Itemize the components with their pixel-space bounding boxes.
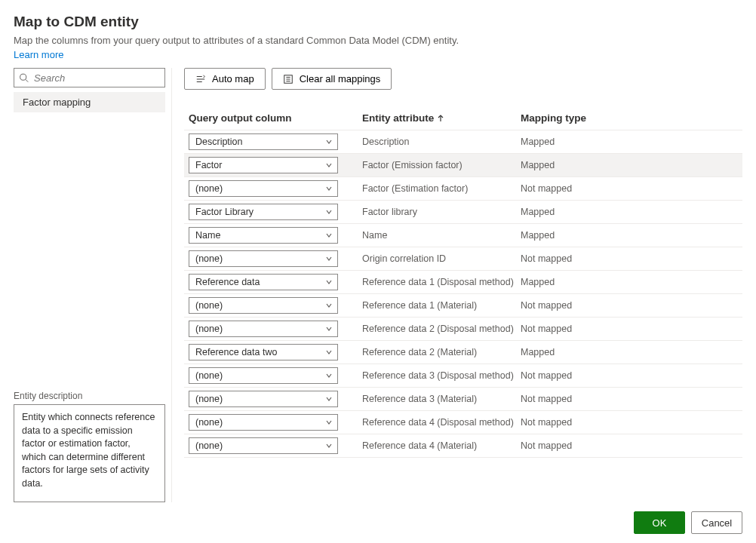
entity-attribute-cell: Factor (Emission factor)	[362, 160, 521, 170]
clear-all-icon	[283, 74, 293, 84]
mapping-type-cell: Not mapped	[521, 394, 742, 404]
column-header-attribute[interactable]: Entity attribute	[362, 112, 521, 124]
mapping-type-cell: Not mapped	[521, 253, 742, 264]
query-column-select[interactable]: (none)	[189, 180, 338, 197]
svg-line-1	[26, 79, 28, 81]
table-row[interactable]: (none)Reference data 3 (Disposal method)…	[184, 364, 742, 387]
query-column-value: Factor	[195, 160, 222, 170]
mapping-type-cell: Mapped	[521, 207, 742, 217]
table-row[interactable]: (none)Reference data 3 (Material)Not map…	[184, 387, 742, 410]
query-column-select[interactable]: Description	[189, 133, 338, 150]
query-column-value: (none)	[195, 440, 223, 451]
page-title: Map to CDM entity	[14, 14, 742, 30]
auto-map-button[interactable]: Auto map	[184, 68, 266, 90]
sidebar-item-factor-mapping[interactable]: Factor mapping	[14, 92, 165, 112]
query-column-select[interactable]: (none)	[189, 414, 338, 431]
entity-attribute-cell: Reference data 2 (Disposal method)	[362, 324, 521, 334]
sidebar: Factor mapping Entity description Entity…	[14, 68, 172, 502]
chevron-down-icon	[325, 161, 333, 169]
chevron-down-icon	[325, 372, 333, 379]
column-header-attribute-label: Entity attribute	[362, 112, 434, 124]
table-row[interactable]: DescriptionDescriptionMapped	[184, 130, 742, 153]
clear-all-label: Clear all mappings	[300, 73, 381, 84]
query-column-select[interactable]: Name	[189, 227, 338, 244]
svg-point-0	[20, 74, 26, 80]
mapping-type-cell: Not mapped	[521, 370, 742, 381]
query-column-select[interactable]: (none)	[189, 250, 338, 267]
table-row[interactable]: (none)Reference data 4 (Material)Not map…	[184, 434, 742, 458]
mapping-type-cell: Mapped	[521, 277, 742, 287]
chevron-down-icon	[325, 278, 333, 286]
table-row[interactable]: (none)Origin correlation IDNot mapped	[184, 247, 742, 270]
mapping-type-cell: Not mapped	[521, 324, 742, 334]
clear-all-mappings-button[interactable]: Clear all mappings	[272, 68, 392, 90]
chevron-down-icon	[325, 208, 333, 216]
chevron-down-icon	[325, 185, 333, 192]
learn-more-link[interactable]: Learn more	[14, 49, 742, 60]
query-column-select[interactable]: Factor Library	[189, 204, 338, 220]
cancel-button[interactable]: Cancel	[691, 511, 742, 534]
table-row[interactable]: Reference dataReference data 1 (Disposal…	[184, 270, 742, 293]
main-panel: Auto map Clear all mappings	[184, 68, 742, 502]
table-row[interactable]: (none)Reference data 1 (Material)Not map…	[184, 293, 742, 317]
entity-attribute-cell: Reference data 3 (Disposal method)	[362, 370, 521, 381]
chevron-down-icon	[325, 255, 333, 262]
chevron-down-icon	[325, 138, 333, 146]
query-column-select[interactable]: Factor	[189, 157, 338, 173]
query-column-select[interactable]: (none)	[189, 437, 338, 454]
query-column-value: (none)	[195, 300, 223, 311]
chevron-down-icon	[325, 419, 333, 426]
auto-map-label: Auto map	[212, 73, 254, 84]
mapping-type-cell: Not mapped	[521, 183, 742, 194]
ok-button[interactable]: OK	[634, 511, 685, 534]
chevron-down-icon	[325, 325, 333, 333]
query-column-select[interactable]: (none)	[189, 367, 338, 384]
mapping-type-cell: Mapped	[521, 347, 742, 357]
page-subtitle: Map the columns from your query output t…	[14, 35, 742, 46]
table-row[interactable]: (none)Reference data 2 (Disposal method)…	[184, 317, 742, 340]
mapping-type-cell: Not mapped	[521, 300, 742, 311]
table-row[interactable]: (none)Factor (Estimation factor)Not mapp…	[184, 176, 742, 200]
table-row[interactable]: (none)Reference data 4 (Disposal method)…	[184, 410, 742, 434]
search-input[interactable]	[14, 68, 165, 87]
query-column-select[interactable]: (none)	[189, 391, 338, 407]
entity-attribute-cell: Reference data 4 (Material)	[362, 440, 521, 451]
mapping-type-cell: Mapped	[521, 230, 742, 241]
mapping-type-cell: Mapped	[521, 160, 742, 170]
entity-attribute-cell: Reference data 3 (Material)	[362, 394, 521, 404]
entity-attribute-cell: Origin correlation ID	[362, 253, 521, 264]
query-column-value: Name	[195, 230, 220, 241]
query-column-value: Factor Library	[195, 207, 254, 217]
entity-description-box: Entity which connects reference data to …	[14, 404, 165, 502]
entity-description-label: Entity description	[14, 391, 165, 401]
entity-attribute-cell: Description	[362, 137, 521, 147]
table-row[interactable]: FactorFactor (Emission factor)Mapped	[184, 153, 742, 176]
query-column-select[interactable]: Reference data two	[189, 344, 338, 360]
entity-attribute-cell: Reference data 1 (Disposal method)	[362, 277, 521, 287]
query-column-value: (none)	[195, 324, 223, 334]
chevron-down-icon	[325, 442, 333, 449]
mapping-table: Query output column Entity attribute Map…	[184, 106, 742, 458]
table-row[interactable]: Reference data twoReference data 2 (Mate…	[184, 340, 742, 364]
query-column-value: Reference data	[195, 277, 260, 287]
query-column-select[interactable]: (none)	[189, 297, 338, 314]
query-column-value: (none)	[195, 370, 223, 381]
column-header-query[interactable]: Query output column	[189, 112, 362, 124]
column-header-type[interactable]: Mapping type	[521, 112, 742, 124]
chevron-down-icon	[325, 395, 333, 403]
mapping-type-cell: Not mapped	[521, 440, 742, 451]
entity-attribute-cell: Reference data 2 (Material)	[362, 347, 521, 357]
chevron-down-icon	[325, 348, 333, 356]
query-column-select[interactable]: (none)	[189, 321, 338, 337]
entity-attribute-cell: Reference data 4 (Disposal method)	[362, 417, 521, 428]
table-row[interactable]: Factor LibraryFactor libraryMapped	[184, 200, 742, 223]
chevron-down-icon	[325, 232, 333, 239]
query-column-value: (none)	[195, 253, 223, 264]
auto-map-icon	[195, 74, 206, 84]
sort-ascending-icon	[437, 115, 444, 122]
query-column-select[interactable]: Reference data	[189, 274, 338, 290]
query-column-value: Description	[195, 137, 243, 147]
search-icon	[19, 73, 29, 83]
table-row[interactable]: NameNameMapped	[184, 223, 742, 247]
entity-attribute-cell: Name	[362, 230, 521, 241]
